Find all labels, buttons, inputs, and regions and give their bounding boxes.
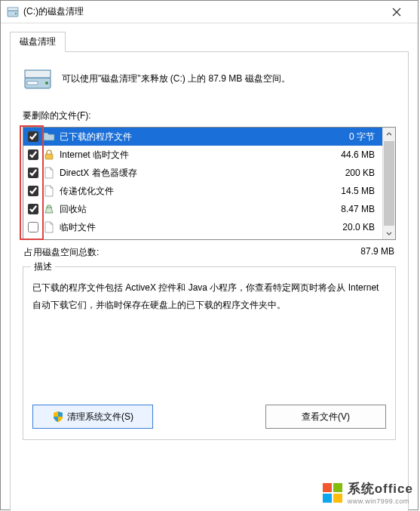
file-checkbox[interactable] bbox=[28, 186, 38, 196]
tab-strip: 磁盘清理 bbox=[10, 31, 409, 52]
tab-page: 可以使用"磁盘清理"来释放 (C:) 上的 87.9 MB 磁盘空间。 要删除的… bbox=[10, 52, 409, 511]
file-name: 回收站 bbox=[60, 203, 336, 216]
file-checkbox[interactable] bbox=[28, 149, 38, 160]
scrollbar[interactable] bbox=[382, 128, 395, 239]
lock-icon bbox=[43, 149, 55, 161]
clean-system-files-label: 清理系统文件(S) bbox=[67, 411, 133, 423]
file-checkbox[interactable] bbox=[28, 222, 38, 232]
svg-point-2 bbox=[15, 13, 17, 14]
file-size: 20.0 KB bbox=[342, 222, 378, 232]
file-row[interactable]: 已下载的程序文件0 字节 bbox=[23, 128, 382, 146]
total-label: 占用磁盘空间总数: bbox=[24, 246, 99, 259]
file-size: 200 KB bbox=[345, 168, 378, 178]
folder-icon bbox=[43, 131, 55, 143]
file-checkbox[interactable] bbox=[28, 204, 38, 214]
file-name: DirectX 着色器缓存 bbox=[60, 167, 341, 180]
dialog-window: (C:)的磁盘清理 磁盘清理 可以使用"磁盘清理"来释放 (C:) 上的 87.… bbox=[0, 0, 418, 510]
scroll-up-button[interactable] bbox=[383, 128, 395, 140]
file-row[interactable]: DirectX 着色器缓存200 KB bbox=[23, 164, 382, 182]
file-row[interactable]: 回收站8.47 MB bbox=[23, 200, 382, 218]
file-name: Internet 临时文件 bbox=[60, 149, 336, 162]
file-size: 0 字节 bbox=[349, 131, 378, 143]
shield-icon bbox=[52, 411, 64, 423]
file-checkbox[interactable] bbox=[28, 131, 38, 142]
file-checkbox[interactable] bbox=[28, 168, 38, 178]
tab-disk-cleanup[interactable]: 磁盘清理 bbox=[10, 32, 66, 52]
file-list[interactable]: 已下载的程序文件0 字节Internet 临时文件44.6 MBDirectX … bbox=[23, 127, 396, 240]
titlebar[interactable]: (C:)的磁盘清理 bbox=[1, 1, 418, 23]
drive-large-icon bbox=[23, 64, 53, 94]
description-group: 描述 已下载的程序文件包括 ActiveX 控件和 Java 小程序，你查看特定… bbox=[23, 266, 396, 440]
file-icon bbox=[43, 221, 55, 233]
files-label: 要删除的文件(F): bbox=[23, 109, 396, 122]
file-size: 8.47 MB bbox=[341, 204, 378, 214]
file-size: 14.5 MB bbox=[341, 186, 378, 196]
file-icon bbox=[43, 185, 55, 197]
chevron-up-icon bbox=[386, 131, 392, 137]
total-row: 占用磁盘空间总数: 87.9 MB bbox=[24, 246, 394, 259]
view-files-button[interactable]: 查看文件(V) bbox=[265, 405, 386, 429]
total-value: 87.9 MB bbox=[360, 246, 394, 259]
content-area: 磁盘清理 可以使用"磁盘清理"来释放 (C:) 上的 87.9 MB 磁盘空间。… bbox=[1, 23, 418, 511]
file-icon bbox=[43, 167, 55, 179]
svg-point-7 bbox=[45, 82, 48, 85]
window-title: (C:)的磁盘清理 bbox=[23, 5, 382, 18]
info-text: 可以使用"磁盘清理"来释放 (C:) 上的 87.9 MB 磁盘空间。 bbox=[62, 72, 290, 86]
close-icon bbox=[392, 8, 401, 17]
file-row[interactable]: 临时文件20.0 KB bbox=[23, 218, 382, 236]
scrollbar-thumb[interactable] bbox=[384, 141, 394, 226]
svg-rect-6 bbox=[25, 70, 51, 78]
svg-rect-8 bbox=[27, 82, 38, 85]
chevron-down-icon bbox=[386, 230, 392, 236]
svg-rect-1 bbox=[8, 8, 18, 11]
description-legend: 描述 bbox=[31, 260, 55, 273]
clean-system-files-button[interactable]: 清理系统文件(S) bbox=[32, 405, 153, 429]
file-row[interactable]: 传递优化文件14.5 MB bbox=[23, 182, 382, 200]
view-files-label: 查看文件(V) bbox=[302, 411, 350, 423]
window-close-button[interactable] bbox=[382, 2, 412, 23]
recycle-icon bbox=[43, 203, 55, 215]
file-name: 已下载的程序文件 bbox=[60, 131, 345, 143]
scroll-down-button[interactable] bbox=[383, 226, 395, 239]
file-name: 临时文件 bbox=[60, 221, 338, 234]
file-name: 传递优化文件 bbox=[60, 185, 336, 198]
file-size: 44.6 MB bbox=[341, 149, 378, 160]
description-text: 已下载的程序文件包括 ActiveX 控件和 Java 小程序，你查看特定网页时… bbox=[32, 279, 386, 314]
disk-cleanup-icon bbox=[7, 6, 19, 18]
info-row: 可以使用"磁盘清理"来释放 (C:) 上的 87.9 MB 磁盘空间。 bbox=[23, 64, 396, 94]
svg-rect-9 bbox=[45, 154, 53, 159]
file-row[interactable]: Internet 临时文件44.6 MB bbox=[23, 146, 382, 164]
